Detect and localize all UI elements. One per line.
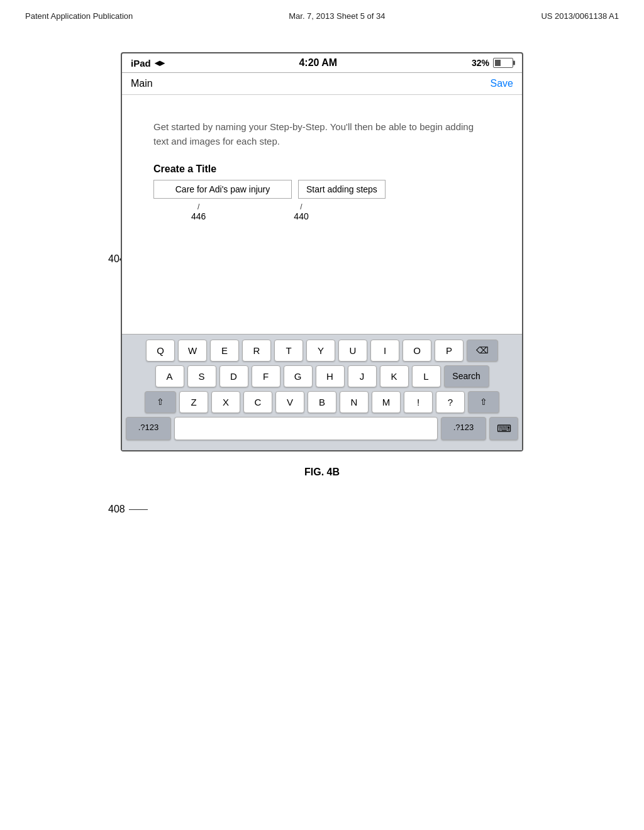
key-q[interactable]: Q	[146, 340, 175, 362]
keyboard-icon-key[interactable]: ⌨	[489, 417, 518, 440]
key-n[interactable]: N	[340, 391, 369, 413]
space-key[interactable]	[174, 417, 438, 440]
key-123-right[interactable]: .?123	[441, 417, 486, 440]
ref-label-408: 408	[108, 504, 148, 515]
device-label: iPad	[131, 58, 151, 69]
status-bar: iPad ◂▸ 4:20 AM 32%	[122, 53, 522, 73]
key-h[interactable]: H	[316, 365, 345, 387]
intro-text: Get started by naming your Step-by-Step.…	[153, 120, 491, 148]
key-r[interactable]: R	[242, 340, 271, 362]
battery-icon	[493, 58, 513, 68]
patent-center: Mar. 7, 2013 Sheet 5 of 34	[289, 11, 385, 21]
main-label: Main	[131, 78, 153, 89]
ref-446: / 446	[191, 202, 206, 221]
keyboard-row-3: ⇧ Z X C V B N M ! ? ⇧	[126, 391, 518, 413]
keyboard-row-1: Q W E R T Y U I O P ⌫	[126, 340, 518, 362]
wifi-icon: ◂▸	[155, 57, 165, 69]
key-f[interactable]: F	[252, 365, 280, 387]
key-o[interactable]: O	[402, 340, 431, 362]
shift-right-key[interactable]: ⇧	[468, 391, 499, 413]
key-a[interactable]: A	[155, 365, 184, 387]
key-b[interactable]: B	[308, 391, 336, 413]
key-u[interactable]: U	[338, 340, 367, 362]
page-content: 404 408 iPad ◂▸ 4:20 AM 32%	[0, 27, 644, 478]
key-question[interactable]: ?	[436, 391, 465, 413]
key-y[interactable]: Y	[306, 340, 335, 362]
title-input[interactable]	[153, 180, 292, 199]
search-key[interactable]: Search	[444, 365, 489, 387]
keyboard-row-4: .?123 .?123 ⌨	[126, 417, 518, 440]
status-right: 32%	[472, 58, 513, 68]
key-d[interactable]: D	[219, 365, 248, 387]
key-w[interactable]: W	[178, 340, 207, 362]
key-s[interactable]: S	[187, 365, 216, 387]
key-k[interactable]: K	[380, 365, 409, 387]
patent-right: US 2013/0061138 A1	[541, 11, 619, 21]
key-123-left[interactable]: .?123	[126, 417, 171, 440]
save-button[interactable]: Save	[491, 78, 513, 89]
patent-left: Patent Application Publication	[25, 11, 133, 21]
keyboard-row-2: A S D F G H J K L Search	[126, 365, 518, 387]
key-x[interactable]: X	[211, 391, 240, 413]
content-area: Get started by naming your Step-by-Step.…	[122, 95, 522, 334]
key-g[interactable]: G	[284, 365, 313, 387]
key-j[interactable]: J	[348, 365, 377, 387]
ref-callouts: / 446 / 440	[153, 202, 491, 221]
start-adding-steps-button[interactable]: Start adding steps	[298, 180, 386, 199]
key-m[interactable]: M	[372, 391, 401, 413]
keyboard: Q W E R T Y U I O P ⌫ A S D F	[122, 334, 522, 450]
key-exclamation[interactable]: !	[404, 391, 433, 413]
key-i[interactable]: I	[370, 340, 399, 362]
key-z[interactable]: Z	[179, 391, 208, 413]
patent-header: Patent Application Publication Mar. 7, 2…	[0, 0, 644, 27]
battery-percent: 32%	[472, 58, 489, 68]
key-p[interactable]: P	[435, 340, 464, 362]
status-left: iPad ◂▸	[131, 57, 165, 69]
backspace-key[interactable]: ⌫	[467, 340, 498, 362]
key-t[interactable]: T	[274, 340, 303, 362]
status-time: 4:20 AM	[299, 57, 337, 69]
ref-440: / 440	[294, 202, 308, 221]
create-title-label: Create a Title	[153, 163, 491, 175]
title-row: Start adding steps	[153, 180, 491, 199]
shift-left-key[interactable]: ⇧	[145, 391, 176, 413]
figure-caption: FIG. 4B	[304, 467, 340, 478]
ipad-frame: iPad ◂▸ 4:20 AM 32% Main Save	[121, 52, 523, 451]
key-l[interactable]: L	[412, 365, 441, 387]
key-c[interactable]: C	[243, 391, 272, 413]
key-v[interactable]: V	[275, 391, 304, 413]
nav-bar: Main Save	[122, 73, 522, 95]
key-e[interactable]: E	[210, 340, 239, 362]
